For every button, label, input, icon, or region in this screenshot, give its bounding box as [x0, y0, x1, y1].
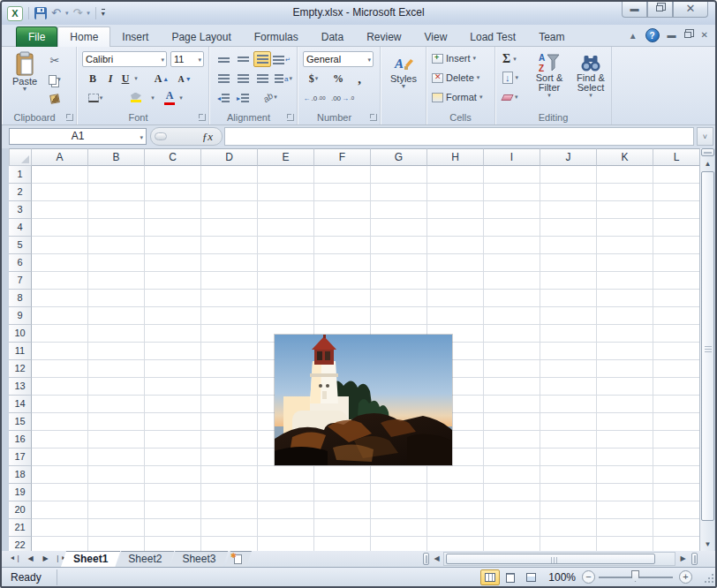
column-header-G[interactable]: G — [371, 148, 427, 166]
scroll-down-icon[interactable]: ▼ — [701, 538, 714, 551]
workbook-close-icon[interactable]: ✕ — [701, 28, 708, 42]
horizontal-split-handle[interactable] — [691, 553, 698, 565]
sort-filter-button[interactable]: AZ Sort & Filter ▾ — [529, 52, 570, 98]
next-sheet-icon[interactable]: ▶ — [39, 553, 52, 565]
row-header-9[interactable]: 9 — [9, 307, 32, 325]
zoom-slider-thumb[interactable] — [631, 570, 639, 582]
column-header-E[interactable]: E — [258, 148, 314, 166]
minimize-button[interactable]: ▬ — [622, 2, 647, 18]
fill-button[interactable]: ↓ ▾ — [502, 72, 518, 84]
workbook-restore-icon[interactable] — [684, 28, 693, 42]
collapse-ribbon-icon[interactable]: ▲ — [629, 31, 638, 41]
zoom-level-label[interactable]: 100% — [548, 571, 576, 584]
cut-icon[interactable]: ✂ — [46, 52, 64, 68]
previous-sheet-icon[interactable]: ◀ — [24, 553, 37, 565]
select-all-corner[interactable] — [9, 148, 32, 166]
top-align-button[interactable] — [215, 52, 232, 68]
row-header-15[interactable]: 15 — [9, 413, 32, 431]
column-header-H[interactable]: H — [427, 148, 484, 166]
row-header-19[interactable]: 19 — [9, 484, 32, 501]
row-header-6[interactable]: 6 — [9, 254, 32, 272]
row-header-18[interactable]: 18 — [9, 466, 32, 484]
undo-dropdown-icon[interactable]: ▾ — [65, 10, 69, 17]
name-box-dropdown-icon[interactable]: ▾ — [140, 135, 143, 140]
vertical-scroll-thumb[interactable] — [701, 171, 714, 521]
font-color-dropdown-icon[interactable]: ▾ — [177, 90, 185, 106]
paste-button[interactable]: Paste ▼ — [7, 51, 42, 92]
alignment-dialog-launcher-icon[interactable] — [287, 114, 294, 121]
insert-function-button[interactable]: ƒx — [150, 127, 223, 146]
underline-button[interactable]: U — [119, 71, 132, 87]
column-header-L[interactable]: L — [653, 148, 699, 166]
row-header-20[interactable]: 20 — [9, 501, 32, 519]
formula-input[interactable] — [224, 127, 694, 146]
vertical-split-handle[interactable] — [701, 148, 714, 156]
horizontal-scroll-thumb[interactable] — [446, 554, 655, 564]
row-header-10[interactable]: 10 — [9, 325, 32, 343]
tab-home[interactable]: Home — [57, 26, 110, 47]
scroll-left-icon[interactable]: ◀ — [430, 553, 443, 565]
bottom-align-button[interactable] — [253, 51, 271, 67]
format-painter-icon[interactable] — [46, 91, 64, 107]
row-header-16[interactable]: 16 — [9, 431, 32, 449]
zoom-in-button[interactable]: + — [679, 570, 692, 584]
tab-team[interactable]: Team — [527, 27, 576, 47]
column-header-J[interactable]: J — [540, 148, 597, 166]
scroll-up-icon[interactable]: ▲ — [701, 157, 714, 170]
zoom-out-button[interactable]: − — [582, 570, 595, 584]
shrink-font-button[interactable]: A▼ — [176, 71, 193, 87]
wrap-text-button[interactable]: ↵ — [273, 52, 291, 68]
column-header-K[interactable]: K — [597, 148, 653, 166]
excel-logo-icon[interactable]: X — [7, 6, 23, 21]
insert-cells-button[interactable]: +Insert ▾ — [432, 53, 476, 64]
font-name-combobox[interactable]: Calibri▾ — [82, 51, 167, 67]
paste-dropdown-icon[interactable]: ▼ — [22, 87, 28, 92]
sheet-tab-sheet2[interactable]: Sheet2 — [116, 551, 174, 567]
underline-dropdown-icon[interactable]: ▾ — [132, 71, 140, 87]
tab-page-layout[interactable]: Page Layout — [160, 27, 242, 47]
sheet-tab-sheet1[interactable]: Sheet1 — [61, 551, 120, 567]
decrease-indent-button[interactable]: ◂ — [215, 90, 232, 106]
row-header-11[interactable]: 11 — [9, 343, 32, 360]
percent-style-button[interactable]: % — [329, 71, 347, 87]
resize-grip[interactable] — [703, 574, 713, 584]
horizontal-scrollbar[interactable] — [443, 552, 675, 566]
column-header-F[interactable]: F — [314, 148, 371, 166]
orientation-button[interactable]: ab▾ — [259, 89, 282, 105]
row-header-22[interactable]: 22 — [9, 537, 32, 551]
column-header-I[interactable]: I — [484, 148, 540, 166]
decrease-decimal-button[interactable]: .00→.0 — [331, 90, 354, 106]
row-header-13[interactable]: 13 — [9, 378, 32, 396]
row-header-7[interactable]: 7 — [9, 272, 32, 290]
sheet-tab-sheet3[interactable]: Sheet3 — [170, 551, 228, 567]
delete-cells-button[interactable]: ✕Delete ▾ — [432, 72, 479, 83]
column-header-B[interactable]: B — [88, 148, 145, 166]
copy-icon[interactable]: ▾ — [46, 72, 64, 87]
column-header-A[interactable]: A — [32, 148, 88, 166]
row-header-21[interactable]: 21 — [9, 519, 32, 537]
align-right-button[interactable] — [253, 71, 271, 87]
page-layout-view-button[interactable] — [501, 569, 520, 585]
column-header-D[interactable]: D — [201, 148, 258, 166]
tab-file[interactable]: File — [16, 26, 57, 47]
number-format-combobox[interactable]: General▾ — [303, 51, 374, 67]
name-box[interactable]: A1▾ — [9, 128, 147, 145]
help-icon[interactable]: ? — [645, 28, 660, 42]
italic-button[interactable]: I — [102, 71, 119, 87]
row-header-3[interactable]: 3 — [9, 201, 32, 219]
fx-icon[interactable]: ƒx — [202, 130, 213, 144]
customize-qat-icon[interactable]: ▾ — [102, 9, 105, 18]
increase-indent-button[interactable]: ▸ — [234, 90, 252, 106]
row-header-12[interactable]: 12 — [9, 360, 32, 378]
clipboard-dialog-launcher-icon[interactable] — [66, 114, 73, 121]
normal-view-button[interactable] — [480, 569, 500, 585]
center-button[interactable] — [234, 71, 252, 87]
row-header-1[interactable]: 1 — [9, 166, 32, 184]
fill-color-dropdown-icon[interactable]: ▾ — [149, 90, 156, 106]
row-header-4[interactable]: 4 — [9, 219, 32, 237]
tab-load-test[interactable]: Load Test — [458, 27, 527, 47]
font-dialog-launcher-icon[interactable] — [199, 114, 206, 121]
bold-button[interactable]: B — [84, 71, 102, 87]
tab-formulas[interactable]: Formulas — [243, 27, 310, 47]
merge-center-button[interactable]: a▾ — [273, 71, 294, 87]
